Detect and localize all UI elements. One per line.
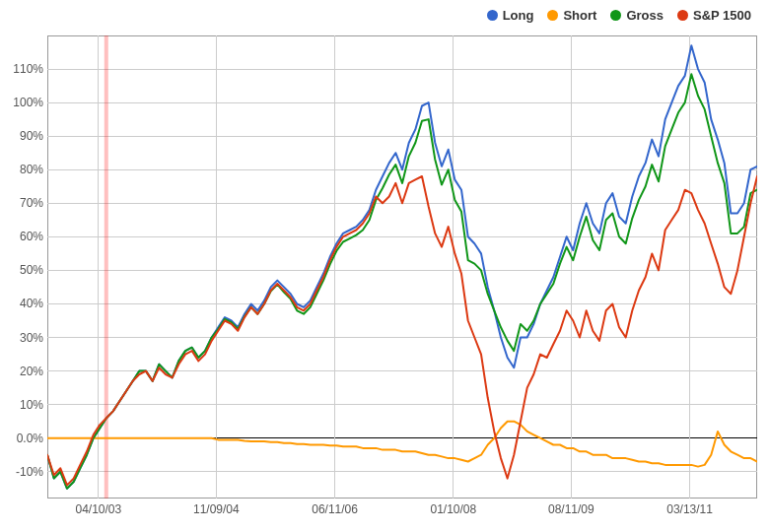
plot-area[interactable] <box>47 35 757 499</box>
y-tick-label: 60% <box>0 230 43 243</box>
series-line <box>47 45 757 489</box>
y-tick-label: 30% <box>0 331 43 345</box>
y-tick-label: 50% <box>0 263 43 277</box>
y-tick-label: 80% <box>0 163 43 176</box>
line-chart: LongShortGrossS&P 1500 -10%0.0%10%20%30%… <box>0 0 769 532</box>
x-tick-label: 03/13/11 <box>666 502 713 516</box>
legend-item[interactable]: Gross <box>610 8 664 23</box>
legend-swatch-icon <box>677 10 688 21</box>
plot-svg <box>47 35 757 499</box>
legend-item[interactable]: Long <box>487 8 534 23</box>
y-tick-label: 0.0% <box>0 432 43 445</box>
y-tick-label: 100% <box>0 96 43 109</box>
chart-legend: LongShortGrossS&P 1500 <box>487 8 751 23</box>
y-tick-label: 110% <box>0 62 43 76</box>
legend-swatch-icon <box>547 10 558 21</box>
legend-item[interactable]: Short <box>547 8 596 23</box>
x-tick-label: 11/09/04 <box>193 502 240 516</box>
x-tick-label: 08/11/09 <box>548 502 594 516</box>
legend-label: Gross <box>626 8 664 23</box>
y-tick-label: 20% <box>0 365 43 378</box>
y-tick-label: 90% <box>0 129 43 143</box>
legend-item[interactable]: S&P 1500 <box>677 8 751 23</box>
series-line <box>47 422 757 467</box>
y-tick-label: 70% <box>0 196 43 210</box>
x-tick-label: 06/11/06 <box>312 502 358 516</box>
svg-rect-20 <box>105 35 108 499</box>
legend-swatch-icon <box>487 10 498 21</box>
svg-rect-0 <box>48 36 757 499</box>
y-tick-label: 10% <box>0 398 43 412</box>
y-tick-label: -10% <box>0 465 43 479</box>
legend-label: S&P 1500 <box>693 8 751 23</box>
y-tick-label: 40% <box>0 297 43 310</box>
x-tick-label: 04/10/03 <box>75 502 121 516</box>
legend-label: Short <box>563 8 596 23</box>
legend-label: Long <box>503 8 534 23</box>
legend-swatch-icon <box>610 10 621 21</box>
x-tick-label: 01/10/08 <box>430 502 476 516</box>
